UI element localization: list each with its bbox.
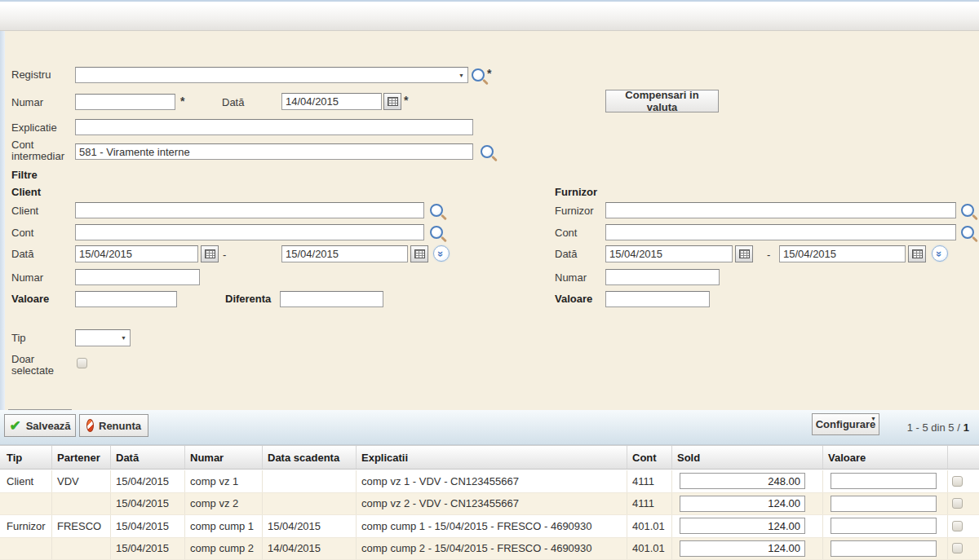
cell-data: 15/04/2015 <box>111 538 185 560</box>
header-data: Dată <box>111 446 185 469</box>
compensari-in-valuta-button[interactable]: Compensari in valuta <box>605 90 719 112</box>
furnizor-input[interactable] <box>605 202 956 218</box>
furnizor-date-from-calendar-button[interactable] <box>735 245 753 262</box>
cell-explicatii: comp cump 1 - 15/04/2015 - FRESCO - 4690… <box>357 515 627 537</box>
client-cont-label: Cont <box>11 227 33 239</box>
app-window: Registru ▼ * Numar * Dată * Compensari i… <box>0 0 979 560</box>
cell-tip: Client <box>0 470 52 492</box>
furnizor-heading: Furnizor <box>555 186 597 198</box>
row-select-checkbox[interactable] <box>952 498 963 509</box>
client-date-from-input[interactable] <box>75 245 198 262</box>
tip-select[interactable]: ▼ <box>75 329 131 346</box>
pagination-range: 1 - 5 din 5 / <box>907 421 960 434</box>
chevron-down-icon: ▼ <box>458 73 464 79</box>
valoare-input[interactable] <box>831 518 937 534</box>
chevron-down-icon: ▼ <box>121 335 126 342</box>
top-toolbar <box>0 0 979 31</box>
cell-partener <box>52 493 111 515</box>
client-valoare-input[interactable] <box>75 291 177 307</box>
client-cont-search-icon[interactable] <box>430 226 443 239</box>
client-numar-label: Numar <box>11 272 43 284</box>
cont-intermediar-input[interactable] <box>75 143 473 160</box>
cell-numar: comp vz 2 <box>185 493 263 515</box>
cell-partener: FRESCO <box>52 515 111 537</box>
furnizor-valoare-input[interactable] <box>605 291 710 307</box>
registru-combobox[interactable]: ▼ <box>75 67 468 83</box>
configurare-button[interactable]: Configurare ▼ <box>812 413 879 435</box>
furnizor-date-to-input[interactable] <box>779 245 906 262</box>
cell-numar: comp vz 1 <box>185 470 263 492</box>
filtre-heading: Filtre <box>11 169 38 181</box>
furnizor-search-icon[interactable] <box>961 204 974 217</box>
cell-data: 15/04/2015 <box>111 470 185 492</box>
valoare-input[interactable] <box>831 496 937 512</box>
furnizor-data-label: Dată <box>555 249 577 260</box>
row-select-checkbox[interactable] <box>952 521 963 531</box>
cell-tip <box>0 493 52 515</box>
explicatie-input[interactable] <box>75 119 473 135</box>
furnizor-valoare-label: Valoare <box>555 293 592 305</box>
row-select-checkbox[interactable] <box>952 476 963 487</box>
registru-search-icon[interactable] <box>472 68 485 82</box>
cell-data-scadenta <box>263 493 357 515</box>
header-partener: Partener <box>52 446 111 469</box>
furnizor-expand-dates-icon[interactable]: » <box>932 245 948 262</box>
tip-label: Tip <box>11 333 26 344</box>
cell-explicatii: comp vz 2 - VDV - CN123455667 <box>357 493 627 515</box>
furnizor-label: Furnizor <box>555 205 594 217</box>
client-date-from-calendar-button[interactable] <box>201 245 219 262</box>
cell-tip: Furnizor <box>0 515 52 537</box>
cell-cont: 401.01 <box>627 538 672 560</box>
sold-input[interactable] <box>680 473 805 489</box>
cell-partener <box>52 538 111 560</box>
furnizor-numar-input[interactable] <box>605 269 720 285</box>
salveaza-button[interactable]: ✔ Salvează <box>4 414 76 437</box>
table-row: 15/04/2015 comp vz 2 comp vz 2 - VDV - C… <box>0 493 979 516</box>
furnizor-date-from-input[interactable] <box>605 245 733 262</box>
renunta-button[interactable]: Renunta <box>79 414 148 437</box>
cont-intermediar-search-icon[interactable] <box>481 145 494 158</box>
furnizor-cont-label: Cont <box>555 227 577 239</box>
registru-label: Registru <box>11 69 51 81</box>
pagination: 1 - 5 din 5 /1 <box>907 421 969 434</box>
client-date-to-calendar-button[interactable] <box>410 245 428 262</box>
sold-input[interactable] <box>680 540 805 557</box>
table-header: Tip Partener Dată Numar Data scadenta Ex… <box>0 445 979 470</box>
client-numar-input[interactable] <box>75 269 200 285</box>
table-row: Client VDV 15/04/2015 comp vz 1 comp vz … <box>0 470 979 493</box>
doar-selectate-label: Doar selectate <box>11 354 60 377</box>
row-select-checkbox[interactable] <box>952 543 963 553</box>
cell-data-scadenta: 15/04/2015 <box>263 515 357 537</box>
numar-input[interactable] <box>75 94 175 110</box>
explicatie-label: Explicatie <box>11 122 57 134</box>
client-cont-input[interactable] <box>75 224 424 240</box>
data-input[interactable] <box>281 93 382 110</box>
client-valoare-label: Valoare <box>11 293 49 305</box>
valoare-input[interactable] <box>831 473 937 489</box>
data-calendar-button[interactable] <box>383 93 401 110</box>
numar-label: Numar <box>11 97 43 108</box>
furnizor-date-to-calendar-button[interactable] <box>908 245 926 262</box>
furnizor-cont-input[interactable] <box>605 224 956 240</box>
client-search-icon[interactable] <box>430 204 443 217</box>
check-icon: ✔ <box>9 419 20 433</box>
client-input[interactable] <box>75 202 424 218</box>
doar-selectate-checkbox[interactable] <box>77 358 87 368</box>
cell-cont: 4111 <box>627 493 672 515</box>
client-expand-dates-icon[interactable]: » <box>433 245 450 262</box>
sold-input[interactable] <box>680 518 805 534</box>
cell-numar: comp cump 2 <box>185 538 263 560</box>
header-tip: Tip <box>0 446 52 469</box>
cell-data-scadenta: 14/04/2015 <box>263 538 357 560</box>
client-date-to-input[interactable] <box>281 245 408 262</box>
furnizor-cont-search-icon[interactable] <box>961 226 974 239</box>
salveaza-button-label: Salvează <box>26 420 71 432</box>
form-panel: Registru ▼ * Numar * Dată * Compensari i… <box>0 31 979 410</box>
sold-input[interactable] <box>680 496 805 512</box>
date-range-separator: - <box>223 249 226 261</box>
header-explicatii: Explicatii <box>357 446 627 469</box>
furnizor-numar-label: Numar <box>555 272 587 284</box>
diferenta-input[interactable] <box>280 291 383 307</box>
valoare-input[interactable] <box>831 540 937 557</box>
required-marker: * <box>487 67 491 80</box>
